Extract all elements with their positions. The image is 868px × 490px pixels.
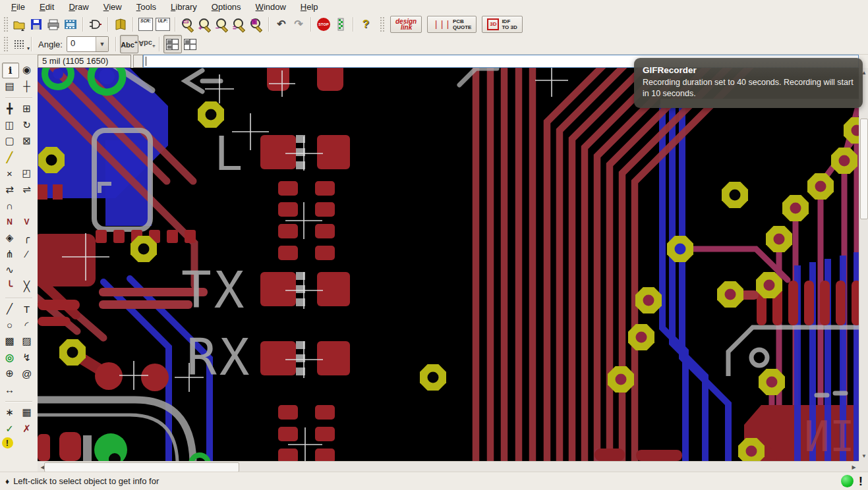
open-button[interactable] [11, 16, 28, 33]
design-link-button[interactable]: designlink [390, 16, 422, 33]
coord-mini-button[interactable] [133, 55, 143, 68]
tool-lock[interactable]: ∩ [2, 198, 18, 213]
tool-display[interactable]: ▤ [2, 79, 18, 94]
tool-errors-check[interactable]: ✓ [2, 422, 18, 436]
cam-processor-button[interactable] [62, 16, 79, 33]
horizontal-scrollbar-thumb[interactable] [44, 462, 239, 472]
tool-arc[interactable]: ◜ [19, 318, 35, 333]
print-button[interactable] [45, 16, 62, 33]
vertical-scrollbar[interactable]: ▲ ▼ [859, 68, 868, 461]
tool-rect[interactable]: ▩ [2, 334, 18, 348]
tool-delete[interactable]: × [2, 166, 18, 180]
tool-add[interactable]: ◰ [19, 166, 35, 180]
tool-copy[interactable]: ⊞ [19, 101, 35, 116]
tool-errors-view[interactable]: ✗ [19, 422, 35, 436]
zoom-select-button[interactable]: = [231, 16, 248, 33]
split-vertical-button[interactable] [163, 35, 182, 53]
add-text-button[interactable]: Abc+ [120, 35, 138, 53]
status-warning-icon[interactable]: ! [859, 474, 863, 489]
notification-message: Recording duration set to 40 seconds. Re… [643, 77, 854, 99]
save-button[interactable] [28, 16, 45, 33]
tool-group[interactable]: ▢ [2, 134, 18, 148]
stop-button[interactable]: STOP [315, 16, 332, 33]
tool-hole[interactable]: ⊕ [2, 366, 18, 381]
tool-via[interactable]: ◎ [2, 350, 18, 365]
angle-combobox[interactable]: 0 ▼ [67, 36, 109, 52]
run-script-button[interactable]: SCR: [137, 16, 154, 33]
menu-help[interactable]: Help [293, 1, 326, 13]
tool-smash[interactable]: ◈ [2, 231, 18, 245]
zoom-in-button[interactable]: + [196, 16, 214, 33]
idf-to-3d-button[interactable]: 3D IDFTO 3D [482, 16, 522, 33]
status-green-indicator[interactable] [841, 475, 854, 487]
menu-view[interactable]: View [96, 1, 129, 13]
tool-info[interactable]: i [2, 63, 19, 78]
zoom-out-icon: − [216, 18, 229, 31]
tool-move[interactable]: ╋ [2, 101, 18, 116]
tool-show[interactable]: ◉ [19, 63, 35, 77]
text-caret [146, 57, 146, 66]
vertical-scrollbar-thumb[interactable] [860, 119, 868, 219]
tool-wire[interactable]: ╱ [2, 302, 18, 316]
tool-mirror[interactable]: ◫ [2, 118, 18, 132]
tool-circle[interactable]: ○ [2, 318, 18, 333]
zoom-redraw-button[interactable]: ▣ [248, 16, 265, 33]
tool-ripup[interactable]: ╳ [19, 279, 35, 294]
tool-signal[interactable]: ↯ [19, 350, 35, 365]
redo-button[interactable]: ↷ [290, 16, 307, 33]
menu-file[interactable]: File [4, 1, 32, 13]
library-button[interactable] [112, 16, 129, 33]
status-bullet-icon: ♦ [5, 477, 9, 486]
chevron-down-icon[interactable]: ▼ [96, 37, 108, 51]
tool-cut[interactable]: ╱ [2, 150, 18, 165]
scroll-right-icon[interactable]: ▶ [849, 462, 859, 472]
tool-change[interactable]: ⊠ [19, 134, 35, 148]
tool-ratsnest[interactable]: ∗ [2, 405, 18, 420]
tool-route[interactable]: ╰ [2, 279, 18, 294]
grid-button[interactable]: ▾ [11, 36, 28, 53]
scroll-down-icon[interactable]: ▼ [859, 451, 868, 461]
tool-dimension[interactable]: ↔ [2, 383, 18, 397]
toolbar-grip[interactable] [380, 16, 385, 32]
tool-polygon[interactable]: ▨ [19, 334, 35, 348]
tool-text[interactable]: T [19, 302, 35, 316]
zoom-fit-button[interactable]: ▭ [179, 16, 196, 33]
tool-separator [5, 97, 32, 99]
undo-button[interactable]: ↶ [273, 16, 290, 33]
board-schematic-button[interactable] [87, 16, 104, 33]
zoom-out-button[interactable]: − [214, 16, 231, 33]
menu-draw[interactable]: Draw [61, 1, 96, 13]
pcb-canvas[interactable]: L TX RX IN [38, 68, 859, 461]
tool-attribute[interactable]: @ [19, 366, 35, 381]
run-ulp-button[interactable]: ULP: [154, 16, 171, 33]
tool-miter[interactable]: ╭ [19, 231, 35, 245]
traffic-light-button[interactable] [332, 16, 349, 33]
mirror-text-button[interactable]: Abc+ [138, 36, 156, 53]
tool-meander[interactable]: ∿ [2, 263, 18, 277]
angle-value[interactable]: 0 [67, 37, 96, 51]
tool-auto[interactable]: ▦ [19, 405, 35, 420]
tool-rotate[interactable]: ↻ [19, 118, 35, 132]
menu-tools[interactable]: Tools [129, 1, 163, 13]
tool-replace[interactable]: ⇌ [19, 182, 35, 197]
help-button[interactable]: ? [357, 16, 374, 33]
tool-value[interactable]: V [19, 215, 35, 229]
tool-split[interactable]: ⋔ [2, 247, 18, 261]
notification-popup[interactable]: GIFRecorder Recording duration set to 40… [634, 58, 863, 108]
tool-name[interactable]: N [2, 215, 18, 229]
options-toolbar: ▾ Angle: 0 ▼ Abc+ Abc+ [0, 34, 868, 55]
tool-mark[interactable]: ┼ [19, 79, 35, 94]
toolbar-grip[interactable] [3, 16, 9, 32]
tool-optimize[interactable]: ∕ [19, 247, 35, 261]
tool-pinswap[interactable]: ⇄ [2, 182, 18, 197]
toolbar-grip[interactable] [3, 36, 9, 52]
menu-edit[interactable]: Edit [32, 1, 61, 13]
split-quad-button[interactable] [182, 36, 199, 53]
menu-window[interactable]: Window [248, 1, 293, 13]
menu-options[interactable]: Options [204, 1, 248, 13]
film-icon [64, 18, 77, 31]
pcb-quote-button[interactable]: ❘❘❘ PCBQUOTE [427, 16, 477, 33]
menu-library[interactable]: Library [163, 1, 204, 13]
tool-warning[interactable]: ! [2, 437, 13, 449]
horizontal-scrollbar[interactable]: ◀ ▶ [38, 461, 859, 472]
